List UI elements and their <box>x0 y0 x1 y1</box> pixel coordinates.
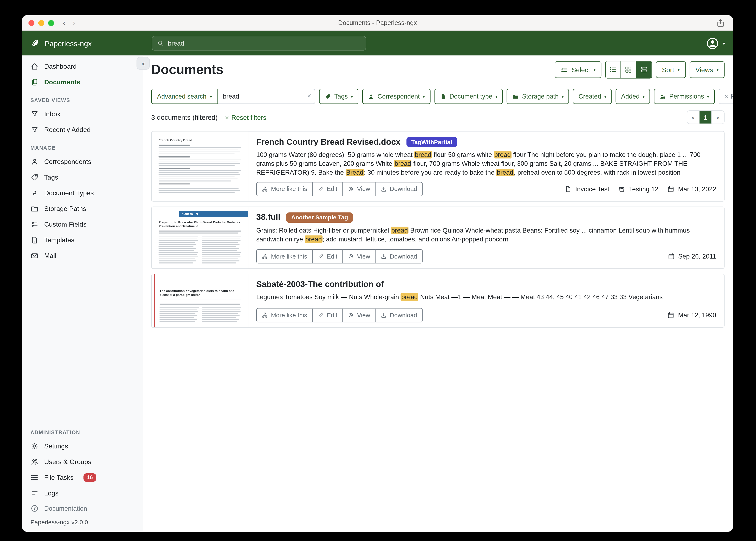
document-actions: More like thisEditViewDownload <box>256 308 423 322</box>
download-button[interactable]: Download <box>376 250 422 263</box>
filter-created-button[interactable]: Created▾ <box>573 89 612 104</box>
diagram-icon <box>262 312 268 318</box>
forward-icon[interactable]: › <box>72 19 75 27</box>
sidebar-item-storage-paths[interactable]: Storage Paths <box>22 201 143 216</box>
pencil-icon <box>318 186 324 192</box>
document-thumbnail[interactable]: Nutrition FYIPreparing to Prescribe Plan… <box>152 207 248 269</box>
chevron-down-icon: ▾ <box>562 94 564 99</box>
filter-storage-path-button[interactable]: Storage path▾ <box>507 89 569 104</box>
filter-tags-button[interactable]: Tags▾ <box>319 89 358 104</box>
chevron-down-icon: ▾ <box>210 94 212 99</box>
app-version: Paperless-ngx v2.0.0 <box>22 516 143 532</box>
download-button[interactable]: Download <box>376 182 422 196</box>
page-prev-button[interactable]: « <box>687 111 699 124</box>
doc-meta-item: Sep 26, 2011 <box>667 253 716 260</box>
sidebar-item-correspondents[interactable]: Correspondents <box>22 154 143 169</box>
sidebar-item-tags[interactable]: Tags <box>22 169 143 185</box>
file-tasks-badge: 16 <box>83 473 96 481</box>
doc-meta-item: Mar 12, 1990 <box>667 311 716 319</box>
zoom-button[interactable] <box>48 20 54 26</box>
document-tag[interactable]: Another Sample Tag <box>286 212 353 223</box>
document-card: The contribution of vegetarian diets to … <box>151 274 725 327</box>
view-toggle-detail[interactable] <box>636 61 652 78</box>
close-button[interactable] <box>28 20 34 26</box>
user-menu[interactable]: ▾ <box>706 31 725 55</box>
document-title[interactable]: French Country Bread Revised.docx <box>256 137 400 147</box>
minimize-button[interactable] <box>38 20 44 26</box>
view-button[interactable]: View <box>343 250 376 263</box>
template-icon <box>31 236 39 244</box>
thumbnail-rule <box>154 274 155 327</box>
view-button[interactable]: View <box>343 182 376 196</box>
search-highlight: bread <box>305 236 322 243</box>
clear-query-icon[interactable]: × <box>307 92 311 100</box>
page-next-button[interactable]: » <box>712 111 724 124</box>
logs-icon <box>31 489 39 497</box>
more-like-this-button[interactable]: More like this <box>257 308 312 322</box>
sidebar-item-label: Storage Paths <box>44 205 86 212</box>
document-title[interactable]: 38.full <box>256 213 280 223</box>
sort-button[interactable]: Sort▾ <box>656 61 686 78</box>
sidebar-item-inbox[interactable]: Inbox <box>22 106 143 122</box>
doc-meta-item: Invoice Test <box>565 185 609 193</box>
sidebar-collapse-button[interactable]: « <box>136 57 150 70</box>
sidebar-item-logs[interactable]: Logs <box>22 485 143 501</box>
select-button[interactable]: Select▾ <box>555 61 601 78</box>
back-icon[interactable]: ‹ <box>63 19 66 27</box>
advanced-search-button[interactable]: Advanced search▾ <box>151 89 218 104</box>
edit-button[interactable]: Edit <box>313 182 343 196</box>
download-button[interactable]: Download <box>376 308 422 322</box>
sidebar-item-custom-fields[interactable]: Custom Fields <box>22 216 143 232</box>
calendar-icon <box>667 185 675 193</box>
documentation-link[interactable]: ?Documentation <box>22 501 143 515</box>
macos-titlebar: ‹ › Documents - Paperless-ngx <box>22 15 733 31</box>
document-thumbnail[interactable]: The contribution of vegetarian diets to … <box>152 274 248 327</box>
views-button[interactable]: Views▾ <box>690 61 725 78</box>
sidebar-item-documents[interactable]: Documents <box>22 74 143 90</box>
filter-correspondent-button[interactable]: Correspondent▾ <box>362 89 430 104</box>
view-button[interactable]: View <box>343 308 376 322</box>
app-header: Paperless-ngx ▾ <box>22 31 733 55</box>
document-title[interactable]: Sabaté-2003-The contribution of <box>256 280 384 290</box>
filter-query-input[interactable] <box>218 89 315 104</box>
reset-filters-link[interactable]: × Reset filters <box>225 114 266 121</box>
more-like-this-button[interactable]: More like this <box>257 250 312 263</box>
sidebar-item-settings[interactable]: Settings <box>22 438 143 454</box>
view-toggle-group <box>606 61 652 79</box>
filter-added-button[interactable]: Added▾ <box>616 89 650 104</box>
edit-button[interactable]: Edit <box>313 308 343 322</box>
sidebar-item-templates[interactable]: Templates <box>22 232 143 248</box>
home-icon <box>31 62 39 70</box>
share-icon[interactable] <box>716 18 726 28</box>
calendar-icon <box>667 253 675 260</box>
document-tag[interactable]: TagWithPartial <box>406 137 457 147</box>
document-card-body: French Country Bread Revised.docxTagWith… <box>248 132 724 201</box>
document-thumbnail[interactable]: French Country Bread <box>152 132 248 201</box>
edit-button[interactable]: Edit <box>313 250 343 263</box>
sidebar-item-users-groups[interactable]: Users & Groups <box>22 454 143 469</box>
filter-permissions-button[interactable]: Permissions▾ <box>654 89 715 104</box>
page-number-current[interactable]: 1 <box>699 111 712 124</box>
filter-document-type-button[interactable]: Document type▾ <box>434 89 503 104</box>
search-highlight: bread <box>401 293 418 301</box>
brand[interactable]: Paperless-ngx <box>30 38 92 48</box>
mail-icon <box>31 251 39 260</box>
sidebar-item-recently-added[interactable]: Recently Added <box>22 122 143 137</box>
sidebar-item-mail[interactable]: Mail <box>22 248 143 264</box>
reset-filters-button[interactable]: ×Reset filters <box>718 89 733 104</box>
eye-icon <box>348 312 354 318</box>
global-search-input[interactable] <box>168 40 361 47</box>
view-toggle-list[interactable] <box>606 61 621 78</box>
sidebar-item-document-types[interactable]: #Document Types <box>22 185 143 201</box>
view-toggle-grid[interactable] <box>621 61 637 78</box>
document-card-body: Sabaté-2003-The contribution ofLegumes T… <box>248 274 724 327</box>
sidebar-item-file-tasks[interactable]: File Tasks16 <box>22 469 143 485</box>
sidebar-item-dashboard[interactable]: Dashboard <box>22 58 143 74</box>
more-like-this-button[interactable]: More like this <box>257 182 312 196</box>
sidebar-item-label: Logs <box>44 489 59 497</box>
chevron-down-icon: ▾ <box>723 40 725 46</box>
page-title: Documents <box>151 62 223 77</box>
doc-meta-item: Mar 13, 2022 <box>667 185 716 193</box>
search-icon <box>157 40 164 47</box>
question-circle-icon: ? <box>31 504 39 512</box>
